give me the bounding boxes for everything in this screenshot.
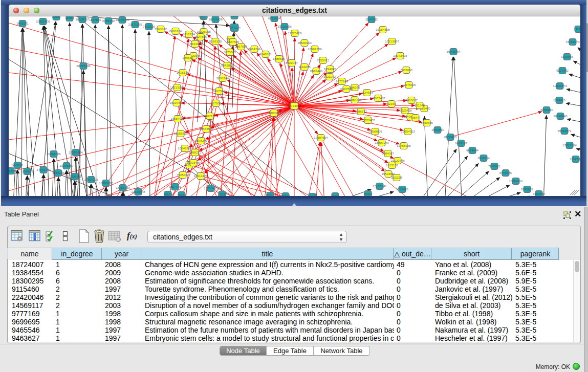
- svg-text:10958117: 10958117: [99, 181, 113, 185]
- svg-text:1145194: 1145194: [52, 171, 64, 174]
- svg-text:16107554: 16107554: [169, 101, 184, 104]
- svg-text:20053346: 20053346: [76, 64, 91, 68]
- svg-text:2867608: 2867608: [235, 45, 248, 48]
- svg-text:75241: 75241: [177, 193, 186, 196]
- svg-text:10655267: 10655267: [75, 17, 90, 21]
- svg-text:1615132: 1615132: [386, 163, 399, 167]
- svg-text:10973493: 10973493: [393, 54, 407, 57]
- svg-text:15226058: 15226058: [197, 30, 211, 33]
- svg-text:11325419: 11325419: [288, 31, 302, 35]
- svg-text:7625402: 7625402: [177, 173, 189, 177]
- svg-text:9329966: 9329966: [561, 55, 574, 58]
- svg-text:1588520: 1588520: [273, 57, 286, 60]
- svg-text:6497568: 6497568: [340, 87, 353, 91]
- svg-text:3498222: 3498222: [189, 150, 202, 154]
- svg-text:33501: 33501: [281, 194, 290, 196]
- svg-text:16033: 16033: [199, 16, 208, 18]
- svg-text:1640954: 1640954: [431, 128, 444, 132]
- svg-text:16914479: 16914479: [193, 174, 208, 178]
- svg-text:19166829: 19166829: [173, 132, 188, 135]
- svg-text:7485063: 7485063: [400, 68, 413, 72]
- svg-text:20206526: 20206526: [47, 152, 61, 156]
- svg-text:3267130: 3267130: [204, 114, 216, 118]
- svg-text:1162615: 1162615: [298, 65, 311, 69]
- svg-text:12093873: 12093873: [553, 84, 567, 87]
- svg-text:15751074: 15751074: [565, 40, 580, 43]
- svg-text:10025438: 10025438: [398, 108, 412, 112]
- svg-text:9563: 9563: [231, 16, 238, 17]
- svg-text:94571: 94571: [163, 192, 172, 196]
- svg-text:9827506: 9827506: [194, 35, 207, 38]
- svg-text:10654112: 10654112: [509, 179, 523, 183]
- svg-text:7357224: 7357224: [228, 26, 241, 29]
- svg-text:1621072: 1621072: [323, 75, 336, 78]
- svg-text:8427552: 8427552: [213, 89, 226, 93]
- svg-text:7986372: 7986372: [355, 110, 367, 113]
- svg-text:18724007: 18724007: [287, 104, 301, 107]
- svg-text:12353594: 12353594: [199, 127, 213, 130]
- svg-text:391541: 391541: [9, 169, 16, 172]
- svg-text:8878342: 8878342: [195, 139, 208, 142]
- svg-text:9146821: 9146821: [259, 52, 272, 56]
- svg-text:2718126: 2718126: [177, 71, 189, 74]
- svg-text:16543382: 16543382: [188, 42, 202, 46]
- svg-text:9463627: 9463627: [405, 98, 418, 102]
- svg-text:9245652: 9245652: [521, 187, 534, 191]
- svg-text:10975867: 10975867: [59, 164, 74, 167]
- svg-text:17359924: 17359924: [69, 150, 83, 154]
- svg-text:10653: 10653: [65, 16, 74, 19]
- svg-text:77141: 77141: [331, 194, 340, 196]
- svg-text:8215953: 8215953: [540, 108, 553, 112]
- svg-text:2087682: 2087682: [365, 17, 378, 21]
- svg-text:3624554: 3624554: [361, 91, 374, 94]
- svg-text:10961758: 10961758: [308, 47, 322, 51]
- svg-text:8912954: 8912954: [183, 32, 195, 36]
- svg-text:117006: 117006: [211, 101, 222, 105]
- svg-text:16033809: 16033809: [208, 17, 223, 21]
- svg-text:10688609: 10688609: [368, 129, 382, 133]
- svg-text:989632: 989632: [183, 56, 193, 59]
- svg-text:811340: 811340: [415, 103, 425, 107]
- svg-text:85213: 85213: [266, 193, 275, 196]
- svg-text:19218506: 19218506: [277, 25, 292, 28]
- svg-text:12213383: 12213383: [170, 85, 184, 89]
- svg-text:10719155: 10719155: [115, 18, 129, 21]
- svg-text:8660124: 8660124: [169, 29, 182, 33]
- svg-text:19937: 19937: [52, 16, 61, 18]
- svg-text:96312: 96312: [363, 192, 373, 195]
- svg-text:15720407: 15720407: [361, 118, 375, 122]
- svg-text:17942737: 17942737: [36, 168, 51, 171]
- svg-text:1167533: 1167533: [570, 157, 580, 161]
- svg-text:2935114: 2935114: [477, 156, 490, 160]
- svg-text:8990448: 8990448: [310, 69, 323, 73]
- svg-text:9464052: 9464052: [533, 192, 546, 195]
- svg-text:7663822: 7663822: [155, 27, 167, 31]
- svg-text:12035: 12035: [217, 192, 227, 196]
- svg-text:1733426: 1733426: [396, 187, 409, 191]
- svg-text:1405571: 1405571: [16, 21, 29, 25]
- svg-text:16648764: 16648764: [446, 50, 461, 53]
- svg-text:8938923: 8938923: [444, 135, 457, 139]
- svg-text:19654925: 19654925: [170, 117, 185, 120]
- svg-text:10046766: 10046766: [178, 146, 192, 150]
- svg-text:7515526: 7515526: [143, 25, 156, 28]
- svg-text:19654923: 19654923: [401, 129, 415, 133]
- svg-text:15716485: 15716485: [204, 186, 218, 190]
- svg-text:8322037: 8322037: [286, 61, 298, 64]
- svg-text:8454749: 8454749: [248, 47, 261, 51]
- svg-text:18807249: 18807249: [375, 141, 389, 144]
- svg-text:16210643: 16210643: [553, 114, 568, 118]
- svg-text:18300273: 18300273: [267, 111, 281, 115]
- svg-text:12923448: 12923448: [131, 190, 145, 193]
- svg-text:12975115: 12975115: [402, 83, 416, 86]
- svg-text:7632621: 7632621: [488, 164, 501, 168]
- svg-text:6899695: 6899695: [421, 121, 433, 124]
- svg-text:6794028: 6794028: [324, 67, 337, 71]
- svg-text:16154808: 16154808: [376, 28, 390, 31]
- svg-text:9227342: 9227342: [556, 69, 569, 72]
- svg-text:20364436: 20364436: [347, 98, 362, 101]
- svg-text:10807487: 10807487: [371, 96, 385, 100]
- svg-text:9657791: 9657791: [169, 185, 182, 188]
- svg-text:9242848: 9242848: [221, 63, 234, 67]
- svg-text:252254: 252254: [391, 176, 402, 179]
